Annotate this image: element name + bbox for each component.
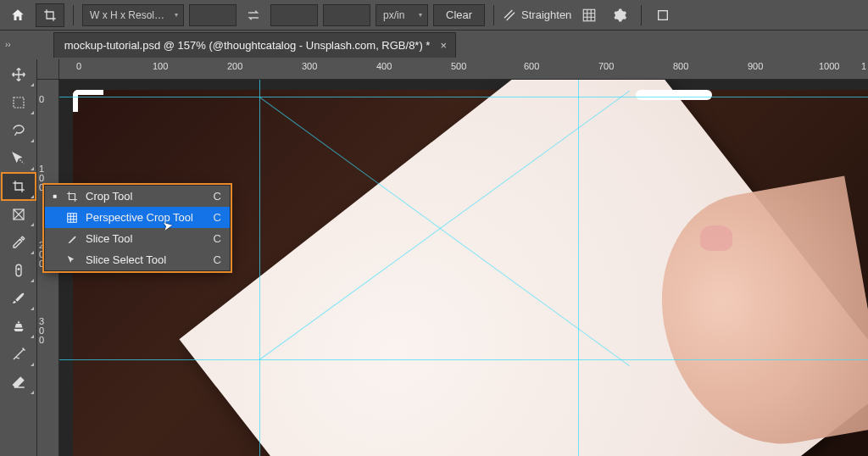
horizontal-ruler[interactable]: 0 100 200 300 400 500 600 700 800 900 10… [59, 59, 868, 80]
straighten-label: Straighten [521, 8, 571, 21]
ruler-tick: 0 [39, 95, 44, 103]
crop-guide [59, 97, 868, 97]
lasso-tool[interactable] [2, 117, 36, 144]
flyout-item-perspective-crop-tool[interactable]: Perspective Crop Tool C [45, 207, 230, 228]
separator [73, 5, 74, 25]
ratio-preset-dropdown[interactable]: W x H x Resol… ▾ [82, 4, 184, 26]
slice-icon [65, 233, 79, 245]
ruler-origin[interactable] [37, 59, 59, 80]
svg-rect-1 [659, 10, 668, 19]
clear-label: Clear [446, 8, 472, 21]
brush-tool[interactable] [2, 285, 36, 312]
flyout-label: Perspective Crop Tool [86, 211, 207, 224]
clear-button[interactable]: Clear [433, 4, 485, 26]
svg-rect-2 [14, 97, 24, 108]
ruler-tick: 400 [376, 61, 392, 71]
swap-dimensions-button[interactable] [242, 4, 265, 26]
unit-dropdown[interactable]: px/in ▾ [376, 4, 428, 26]
ruler-tick: 0 [76, 61, 81, 71]
mouse-cursor-icon: ➤ [162, 218, 175, 233]
crop-guide [578, 80, 579, 456]
eraser-tool[interactable] [2, 369, 36, 396]
fingernail [700, 225, 732, 251]
close-tab-button[interactable]: × [438, 39, 448, 52]
ruler-tick: 0 [39, 336, 44, 344]
ruler-tick: 900 [748, 61, 763, 71]
flyout-shortcut: C [214, 211, 221, 224]
ratio-preset-label: W x H x Resol… [90, 9, 164, 21]
crop-guide [59, 359, 868, 360]
move-tool[interactable] [2, 61, 36, 88]
width-input[interactable] [189, 4, 236, 26]
straighten-button[interactable]: Straighten [503, 8, 571, 22]
ruler-tick: 600 [524, 61, 539, 71]
expand-panels-icon[interactable]: ›› [5, 42, 11, 48]
clone-stamp-tool[interactable] [2, 313, 36, 340]
ruler-tick: 1 [39, 164, 44, 173]
svg-rect-5 [68, 213, 77, 222]
svg-rect-0 [584, 9, 596, 21]
ruler-tick: 100 [153, 61, 168, 71]
delete-cropped-button[interactable] [650, 3, 676, 27]
crop-handle-top-left[interactable] [73, 90, 103, 112]
flyout-shortcut: C [214, 253, 221, 266]
height-input[interactable] [270, 4, 318, 26]
separator [641, 5, 642, 25]
crop-tool[interactable] [2, 173, 36, 200]
marquee-tool[interactable] [2, 89, 36, 116]
home-button[interactable] [5, 3, 31, 27]
ruler-tick: 0 [39, 174, 44, 182]
flyout-shortcut: C [214, 232, 221, 245]
crop-handle-top[interactable] [636, 90, 712, 100]
document-image [73, 90, 868, 456]
document-tab-bar: ›› mockup-tutorial.psd @ 157% (@thoughtc… [0, 31, 868, 59]
grid-overlay-button[interactable] [576, 3, 602, 27]
chevron-down-icon: ▾ [175, 11, 178, 19]
flyout-label: Crop Tool [86, 190, 207, 203]
unit-label: px/in [383, 9, 404, 21]
perspective-crop-icon [65, 212, 79, 224]
flyout-item-slice-tool[interactable]: Slice Tool C [45, 228, 230, 249]
toolbox [0, 59, 37, 456]
ruler-tick: 700 [598, 61, 614, 71]
ruler-tick: 3 [39, 317, 44, 325]
flyout-shortcut: C [214, 190, 221, 203]
ruler-tick: 0 [39, 326, 44, 335]
quick-selection-tool[interactable] [2, 145, 36, 172]
crop-options-gear-button[interactable] [607, 3, 632, 27]
crop-tool-flyout: ■ Crop Tool C Perspective Crop Tool C Sl… [44, 185, 231, 271]
ruler-tick: 300 [302, 61, 317, 71]
ruler-tick: 1000 [819, 61, 839, 71]
ruler-tick: 200 [227, 61, 242, 71]
flyout-label: Slice Select Tool [86, 253, 207, 266]
eyedropper-tool[interactable] [2, 229, 36, 256]
history-brush-tool[interactable] [2, 341, 36, 368]
flyout-item-slice-select-tool[interactable]: Slice Select Tool C [45, 249, 230, 270]
crop-guide [259, 80, 260, 456]
resolution-input[interactable] [323, 4, 370, 26]
healing-brush-tool[interactable] [2, 257, 36, 284]
frame-tool[interactable] [2, 201, 36, 228]
options-bar: W x H x Resol… ▾ px/in ▾ Clear Straighte… [0, 0, 868, 31]
ruler-tick: 1 [861, 61, 866, 71]
document-tab[interactable]: mockup-tutorial.psd @ 157% (@thoughtcata… [53, 32, 456, 58]
ruler-tick: 500 [451, 61, 466, 71]
chevron-down-icon: ▾ [419, 11, 422, 19]
document-tab-title: mockup-tutorial.psd @ 157% (@thoughtcata… [64, 39, 431, 52]
crop-icon [65, 191, 79, 203]
flyout-item-crop-tool[interactable]: ■ Crop Tool C [45, 186, 230, 207]
flyout-label: Slice Tool [86, 232, 207, 245]
ruler-tick: 800 [673, 61, 688, 71]
active-marker-icon: ■ [52, 192, 58, 200]
active-tool-indicator[interactable] [36, 3, 64, 27]
separator [493, 5, 494, 25]
slice-select-icon [65, 254, 79, 266]
